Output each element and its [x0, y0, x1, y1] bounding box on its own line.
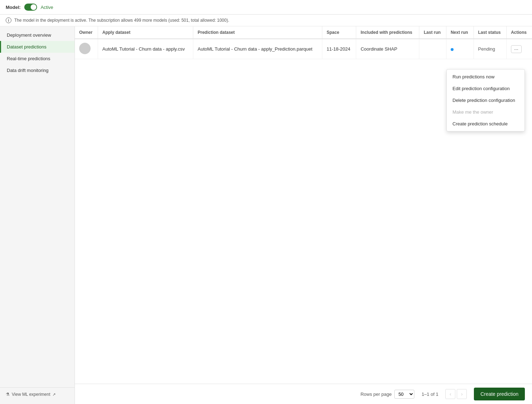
cell-owner	[75, 39, 98, 59]
dropdown-item-make-me-owner: Make me the owner	[447, 106, 525, 118]
col-space: Space	[322, 26, 356, 39]
predictions-table: Owner Apply dataset Prediction dataset S…	[75, 26, 532, 59]
avatar	[79, 43, 91, 54]
col-last-run: Last run	[419, 26, 446, 39]
info-message: The model in the deployment is active. T…	[14, 18, 229, 23]
col-prediction-dataset: Prediction dataset	[193, 26, 322, 39]
actions-menu-button[interactable]: ···	[511, 45, 522, 53]
model-toggle[interactable]	[24, 4, 37, 11]
sidebar-item-dataset-predictions[interactable]: Dataset predictions	[0, 41, 75, 53]
rows-per-page-control: Rows per page 50 25 100	[360, 390, 414, 399]
cell-last-run	[419, 39, 446, 59]
pagination-info: 1–1 of 1	[421, 392, 438, 397]
table-row: AutoML Tutorial - Churn data - apply.csv…	[75, 39, 532, 59]
sidebar-nav: Deployment overview Dataset predictions …	[0, 29, 75, 387]
cell-included-with-predictions: Coordinate SHAP	[356, 39, 419, 59]
cell-actions[interactable]: ···	[506, 39, 532, 59]
dropdown-item-create-prediction-schedule[interactable]: Create prediction schedule	[447, 118, 525, 130]
create-prediction-button[interactable]: Create prediction	[474, 388, 525, 400]
sidebar-footer: ⚗ View ML experiment ↗	[0, 387, 75, 401]
sidebar-item-realtime-predictions[interactable]: Real-time predictions	[0, 53, 75, 64]
info-icon: i	[6, 17, 11, 23]
prev-page-button[interactable]: ‹	[445, 389, 455, 399]
dropdown-item-run-predictions-now[interactable]: Run predictions now	[447, 71, 525, 83]
actions-dropdown-menu: Run predictions now Edit prediction conf…	[446, 69, 525, 131]
col-owner: Owner	[75, 26, 98, 39]
info-bar: i The model in the deployment is active.…	[0, 15, 532, 26]
dropdown-item-edit-prediction-config[interactable]: Edit prediction configuration	[447, 83, 525, 94]
bottom-bar: Rows per page 50 25 100 1–1 of 1 ‹ › Cre…	[75, 384, 532, 404]
sidebar: Deployment overview Dataset predictions …	[0, 26, 75, 404]
rows-per-page-label: Rows per page	[360, 392, 392, 397]
view-ml-experiment-label: View ML experiment	[12, 392, 50, 397]
cell-last-status: Pending	[474, 39, 506, 59]
main-layout: Deployment overview Dataset predictions …	[0, 26, 532, 404]
rows-per-page-select[interactable]: 50 25 100	[394, 390, 414, 399]
model-label: Model:	[6, 5, 21, 10]
pagination-buttons: ‹ ›	[445, 389, 467, 399]
top-bar: Model: Active	[0, 0, 532, 15]
col-included-with-predictions: Included with predictions	[356, 26, 419, 39]
cell-space: 11-18-2024	[322, 39, 356, 59]
cell-apply-dataset: AutoML Tutorial - Churn data - apply.csv	[98, 39, 193, 59]
cell-prediction-dataset: AutoML Tutorial - Churn data - apply_Pre…	[193, 39, 322, 59]
sidebar-item-deployment-overview[interactable]: Deployment overview	[0, 29, 75, 41]
col-next-run: Next run	[446, 26, 474, 39]
next-page-button[interactable]: ›	[457, 389, 467, 399]
view-ml-experiment-link[interactable]: ⚗ View ML experiment ↗	[6, 392, 69, 397]
dropdown-item-delete-prediction-config[interactable]: Delete prediction configuration	[447, 94, 525, 106]
col-apply-dataset: Apply dataset	[98, 26, 193, 39]
content-area: Owner Apply dataset Prediction dataset S…	[75, 26, 532, 404]
sidebar-item-data-drift-monitoring[interactable]: Data drift monitoring	[0, 64, 75, 76]
col-actions: Actions	[506, 26, 532, 39]
next-run-dot	[451, 48, 454, 51]
external-link-icon: ↗	[52, 392, 56, 397]
col-last-status: Last status	[474, 26, 506, 39]
flask-icon: ⚗	[6, 392, 10, 397]
cell-next-run	[446, 39, 474, 59]
active-status: Active	[41, 5, 53, 10]
status-badge: Pending	[478, 46, 495, 52]
table-container: Owner Apply dataset Prediction dataset S…	[75, 26, 532, 59]
